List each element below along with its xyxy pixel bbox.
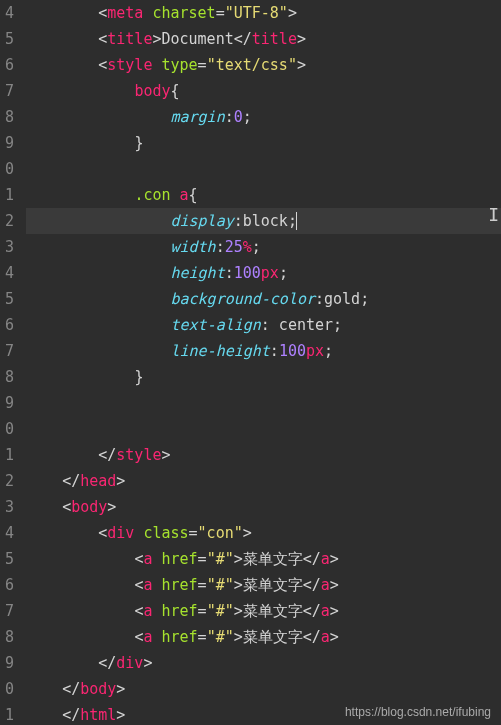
- code-line[interactable]: [26, 390, 501, 416]
- line-number: 6: [4, 572, 14, 598]
- line-number: 0: [4, 676, 14, 702]
- code-line[interactable]: <meta charset="UTF-8">: [26, 0, 501, 26]
- line-number: 6: [4, 52, 14, 78]
- line-number: 1: [4, 702, 14, 725]
- line-number: 5: [4, 26, 14, 52]
- code-line[interactable]: </div>: [26, 650, 501, 676]
- code-line[interactable]: <body>: [26, 494, 501, 520]
- code-line[interactable]: <a href="#">菜单文字</a>: [26, 546, 501, 572]
- code-line[interactable]: <a href="#">菜单文字</a>: [26, 624, 501, 650]
- code-area[interactable]: <meta charset="UTF-8"> <title>Document</…: [22, 0, 501, 725]
- code-line[interactable]: height:100px;: [26, 260, 501, 286]
- line-number: 7: [4, 78, 14, 104]
- line-number: 0: [4, 156, 14, 182]
- line-number: 4: [4, 260, 14, 286]
- line-number: 2: [4, 468, 14, 494]
- code-line[interactable]: </head>: [26, 468, 501, 494]
- line-number: 3: [4, 234, 14, 260]
- line-number: 1: [4, 182, 14, 208]
- line-number: 9: [4, 650, 14, 676]
- line-number: 5: [4, 286, 14, 312]
- code-line[interactable]: line-height:100px;: [26, 338, 501, 364]
- code-line[interactable]: .con a{: [26, 182, 501, 208]
- line-number: 5: [4, 546, 14, 572]
- line-number: 4: [4, 0, 14, 26]
- line-number: 7: [4, 338, 14, 364]
- line-number-gutter: 4 5 6 7 8 9 0 1 2 3 4 5 6 7 8 9 0 1 2 3 …: [0, 0, 22, 725]
- line-number: 8: [4, 104, 14, 130]
- code-line[interactable]: }: [26, 130, 501, 156]
- line-number: 6: [4, 312, 14, 338]
- line-number: 3: [4, 494, 14, 520]
- code-line[interactable]: </style>: [26, 442, 501, 468]
- line-number: 1: [4, 442, 14, 468]
- watermark-text: https://blog.csdn.net/ifubing: [345, 705, 491, 719]
- line-number: 4: [4, 520, 14, 546]
- code-line[interactable]: <style type="text/css">: [26, 52, 501, 78]
- code-line[interactable]: body{: [26, 78, 501, 104]
- text-cursor: [296, 212, 297, 230]
- code-line[interactable]: background-color:gold;: [26, 286, 501, 312]
- code-line[interactable]: <div class="con">: [26, 520, 501, 546]
- code-line[interactable]: text-align: center;: [26, 312, 501, 338]
- code-line[interactable]: }: [26, 364, 501, 390]
- code-editor[interactable]: 4 5 6 7 8 9 0 1 2 3 4 5 6 7 8 9 0 1 2 3 …: [0, 0, 501, 725]
- code-line[interactable]: width:25%;: [26, 234, 501, 260]
- line-number: 2: [4, 208, 14, 234]
- code-line[interactable]: [26, 416, 501, 442]
- code-line[interactable]: <a href="#">菜单文字</a>: [26, 598, 501, 624]
- line-number: 8: [4, 364, 14, 390]
- code-line[interactable]: <a href="#">菜单文字</a>: [26, 572, 501, 598]
- code-line[interactable]: </body>: [26, 676, 501, 702]
- line-number: 9: [4, 130, 14, 156]
- line-number: 0: [4, 416, 14, 442]
- code-line[interactable]: <title>Document</title>: [26, 26, 501, 52]
- code-line[interactable]: [26, 156, 501, 182]
- line-number: 8: [4, 624, 14, 650]
- line-number: 7: [4, 598, 14, 624]
- line-number: 9: [4, 390, 14, 416]
- code-line-active[interactable]: display:block;: [26, 208, 501, 234]
- code-line[interactable]: margin:0;: [26, 104, 501, 130]
- ibeam-cursor-icon: 𝙸: [488, 204, 499, 225]
